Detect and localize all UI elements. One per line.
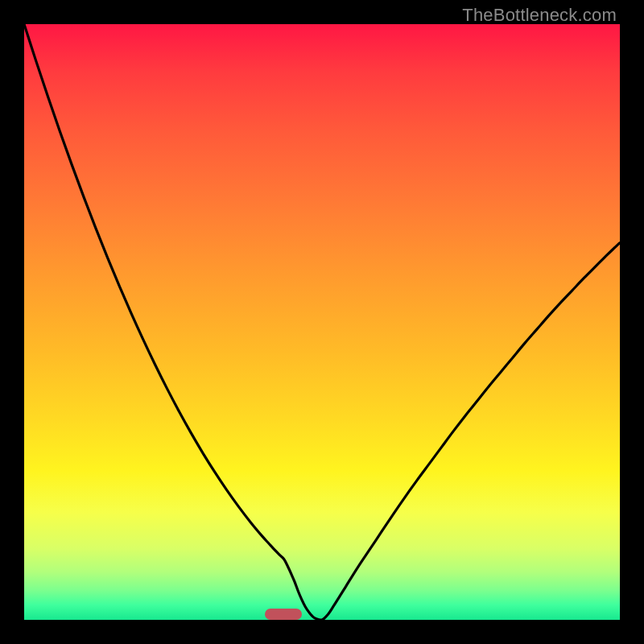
chart-frame: TheBottleneck.com — [0, 0, 644, 644]
bottleneck-curve — [24, 24, 620, 620]
optimal-range-marker — [265, 609, 302, 620]
plot-area — [24, 24, 620, 620]
watermark-text: TheBottleneck.com — [462, 5, 617, 26]
